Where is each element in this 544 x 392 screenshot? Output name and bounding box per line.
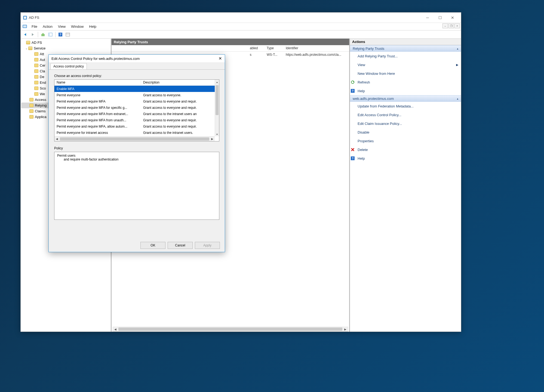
- toolbar: ?: [21, 30, 461, 39]
- collapse-icon: ▴: [457, 97, 458, 100]
- svg-text:?: ?: [352, 89, 354, 92]
- policy-row[interactable]: Permit everyone and require MFA from una…: [54, 117, 215, 123]
- choose-label: Choose an access control policy:: [54, 74, 219, 78]
- actions-title: Actions: [350, 39, 461, 45]
- minimize-button[interactable]: ─: [421, 14, 434, 22]
- hscroll-left[interactable]: ◀: [113, 327, 118, 331]
- close-button[interactable]: ✕: [446, 14, 459, 22]
- policy-row[interactable]: Permit everyone and require MFA from ext…: [54, 111, 215, 117]
- help-icon: ?: [351, 89, 355, 93]
- collapse-icon: ▴: [457, 47, 458, 50]
- col-identifier[interactable]: Identifier: [284, 45, 349, 51]
- hscroll-right[interactable]: ▶: [210, 137, 215, 141]
- actions-group-site[interactable]: web.adfs.protectimus.com▴: [350, 95, 461, 102]
- titlebar: AD FS ─ ☐ ✕: [21, 13, 461, 23]
- tree-service-label: Service: [34, 46, 45, 50]
- policy-row[interactable]: Permit everyone and require MFA, allow a…: [54, 123, 215, 129]
- grid-header: abled Type Identifier: [112, 45, 349, 52]
- tree-service[interactable]: ⌄Service: [21, 45, 110, 51]
- actions-group-rpt[interactable]: Relying Party Trusts▴: [350, 45, 461, 52]
- scroll-down-icon[interactable]: ▾: [215, 132, 219, 136]
- menubar: File Action View Window Help – ❐ ×: [21, 23, 461, 30]
- maximize-button[interactable]: ☐: [434, 14, 446, 22]
- menu-window[interactable]: Window: [68, 23, 86, 30]
- tab-access-control[interactable]: Access control policy: [50, 63, 87, 69]
- mdi-minimize[interactable]: –: [442, 23, 448, 28]
- svg-text:?: ?: [352, 157, 354, 160]
- hscroll-left[interactable]: ◀: [54, 137, 59, 141]
- up-one-level[interactable]: [40, 31, 46, 38]
- policy-row[interactable]: Permit everyone and require MFAGrant acc…: [54, 98, 215, 104]
- app-icon: [23, 16, 27, 20]
- help-button-toolbar[interactable]: ?: [57, 31, 64, 38]
- dialog-close-icon[interactable]: ✕: [219, 56, 222, 61]
- menu-file[interactable]: File: [29, 23, 40, 30]
- action-edit-acp[interactable]: Edit Access Control Policy...: [350, 110, 461, 119]
- delete-icon: [351, 147, 355, 152]
- tree-claims-label: Claims: [35, 109, 46, 113]
- action-edit-cip[interactable]: Edit Claim Issuance Policy...: [350, 119, 461, 128]
- ok-button[interactable]: OK: [140, 242, 165, 249]
- action-view[interactable]: View▶: [350, 60, 461, 69]
- svg-point-14: [351, 81, 354, 84]
- help-icon: ?: [351, 156, 355, 160]
- policy-vscroll[interactable]: ▴ ▾: [215, 80, 219, 136]
- policy-hscroll[interactable]: ◀ ▶: [54, 136, 215, 141]
- action-delete[interactable]: Delete: [350, 145, 461, 154]
- policy-list[interactable]: Name Description Enable MFAPermit everyo…: [54, 79, 219, 141]
- policy-row[interactable]: Enable MFA: [54, 86, 215, 92]
- svg-rect-9: [48, 33, 50, 36]
- tree-root-label: AD FS: [32, 41, 42, 45]
- edit-acp-dialog: Edit Access Control Policy for web.adfs.…: [48, 54, 225, 252]
- svg-rect-3: [23, 25, 26, 27]
- scroll-thumb[interactable]: [216, 85, 219, 115]
- tree-access-label: Access: [35, 98, 46, 102]
- tree-relying-label: Relying: [35, 103, 47, 107]
- window-title: AD FS: [29, 16, 421, 20]
- policy-row[interactable]: Permit everyoneGrant access to everyone.: [54, 92, 215, 98]
- refresh-icon: [351, 80, 355, 84]
- back-button[interactable]: [22, 31, 29, 38]
- console-icon: [22, 24, 27, 29]
- policy-col-desc[interactable]: Description: [141, 80, 219, 85]
- center-header: Relying Party Trusts: [112, 39, 349, 45]
- action-help-2[interactable]: ? Help: [350, 154, 461, 163]
- actions-pane: Actions Relying Party Trusts▴ Add Relyin…: [350, 39, 461, 332]
- show-hide-tree[interactable]: [47, 31, 54, 38]
- mdi-close[interactable]: ×: [454, 23, 460, 28]
- dialog-titlebar: Edit Access Control Policy for web.adfs.…: [49, 55, 225, 62]
- cancel-button[interactable]: Cancel: [168, 242, 193, 249]
- policy-label: Policy: [54, 146, 219, 150]
- action-properties[interactable]: Properties: [350, 137, 461, 145]
- svg-marker-7: [42, 33, 44, 34]
- policy-detail: Permit users and require multi-factor au…: [54, 152, 219, 220]
- tree-root[interactable]: AD FS: [21, 40, 110, 45]
- action-disable[interactable]: Disable: [350, 128, 461, 137]
- col-enabled[interactable]: abled: [248, 45, 265, 51]
- mdi-restore[interactable]: ❐: [448, 23, 454, 28]
- menu-action[interactable]: Action: [40, 23, 55, 30]
- policy-row[interactable]: Permit everyone for intranet accessGrant…: [54, 129, 215, 136]
- action-refresh[interactable]: Refresh: [350, 78, 461, 87]
- menu-help[interactable]: Help: [86, 23, 99, 30]
- properties-toolbar[interactable]: [64, 31, 71, 38]
- center-hscroll[interactable]: ◀ ▶: [113, 327, 348, 332]
- svg-rect-6: [41, 34, 45, 36]
- action-add-rpt[interactable]: Add Relying Party Trust...: [350, 52, 461, 60]
- scroll-up-icon[interactable]: ▴: [215, 80, 219, 84]
- forward-button[interactable]: [30, 31, 36, 38]
- action-update-meta[interactable]: Update from Federation Metadata...: [350, 102, 461, 110]
- action-help-1[interactable]: ? Help: [350, 87, 461, 95]
- svg-marker-5: [32, 33, 34, 36]
- menu-view[interactable]: View: [55, 23, 68, 30]
- svg-rect-12: [66, 33, 70, 36]
- policy-col-name[interactable]: Name: [54, 80, 141, 85]
- action-new-window[interactable]: New Window from Here: [350, 69, 461, 78]
- policy-row[interactable]: Permit everyone and require MFA for spec…: [54, 104, 215, 111]
- col-type[interactable]: Type: [265, 45, 284, 51]
- dialog-title: Edit Access Control Policy for web.adfs.…: [51, 57, 140, 61]
- svg-text:?: ?: [60, 33, 62, 36]
- apply-button[interactable]: Apply: [195, 242, 220, 249]
- submenu-arrow-icon: ▶: [456, 63, 458, 67]
- hscroll-right[interactable]: ▶: [343, 327, 348, 331]
